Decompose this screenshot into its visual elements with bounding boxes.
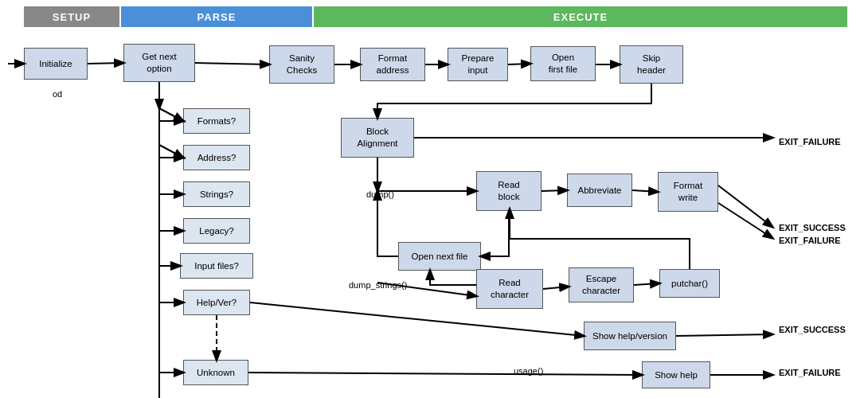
svg-line-16 — [159, 108, 183, 121]
unknown-box: Unknown — [183, 360, 248, 385]
svg-line-20 — [543, 287, 569, 289]
dump-strings-label: dump_strings() — [349, 280, 407, 290]
prepare-input-box: Prepareinput — [448, 48, 508, 81]
od-label: od — [53, 89, 62, 99]
show-help-box: Show help — [642, 361, 710, 388]
putchar-box: putchar() — [659, 269, 720, 298]
help-ver-box: Help/Ver? — [183, 290, 250, 315]
svg-line-5 — [508, 64, 530, 64]
skip-header-box: Skipheader — [620, 45, 683, 84]
get-next-option-box: Get nextoption — [123, 44, 195, 82]
svg-line-18 — [542, 190, 567, 191]
exit-failure-3: EXIT_FAILURE — [779, 368, 841, 377]
initialize-box: Initialize — [24, 48, 88, 80]
svg-line-2 — [195, 63, 269, 64]
abbreviate-box: Abbreviate — [567, 174, 632, 207]
phase-execute: EXECUTE — [314, 6, 847, 27]
exit-success-1: EXIT_SUCCESS — [779, 223, 846, 232]
svg-line-1 — [88, 63, 123, 64]
read-character-box: Readcharacter — [476, 269, 543, 309]
open-first-file-box: Openfirst file — [530, 46, 596, 81]
sanity-checks-box: SanityChecks — [269, 45, 334, 84]
exit-failure-1: EXIT_FAILURE — [779, 137, 841, 146]
phase-parse: PARSE — [121, 6, 312, 27]
usage-label: usage() — [514, 366, 543, 376]
escape-character-box: Escapecharacter — [569, 267, 634, 302]
format-write-box: Formatwrite — [658, 172, 718, 212]
svg-line-19 — [632, 190, 658, 192]
svg-line-9 — [159, 145, 183, 158]
legacy-box: Legacy? — [183, 218, 250, 244]
phase-setup: SETUP — [24, 6, 119, 27]
exit-success-2: EXIT_SUCCESS — [779, 325, 846, 334]
block-alignment-box: BlockAlignment — [341, 118, 414, 158]
flowchart-diagram: SETUP PARSE EXECUTE Initialize Get nexto… — [0, 0, 868, 398]
open-next-file-box: Open next file — [398, 242, 481, 271]
dump-label: dump() — [366, 189, 394, 199]
svg-line-21 — [634, 283, 659, 285]
format-address-box: Formataddress — [360, 48, 425, 81]
strings-box: Strings? — [183, 181, 250, 207]
read-block-box: Readblock — [476, 171, 542, 211]
show-help-version-box: Show help/version — [584, 322, 676, 350]
exit-failure-2: EXIT_FAILURE — [779, 236, 841, 245]
input-files-box: Input files? — [180, 253, 253, 279]
address-box: Address? — [183, 145, 250, 170]
formats-box: Formats? — [183, 108, 250, 134]
